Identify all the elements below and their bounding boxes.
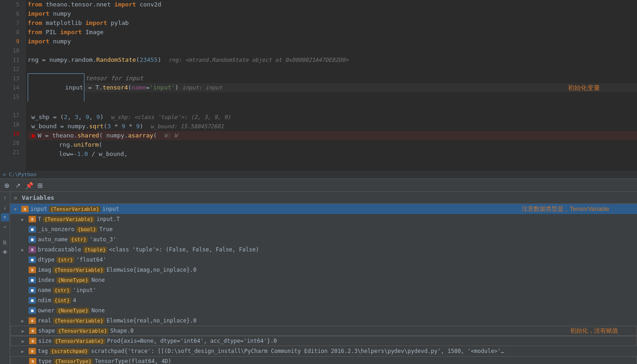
code-line-19: ● W = theano.shared( numpy.asarray( W: W — [28, 131, 637, 140]
variables-header: ≡ Variables — [10, 192, 637, 204]
code-line-12 — [28, 65, 637, 74]
code-line-17: w_shp = (2, 3, 9, 9) w_shp: <class 'tupl… — [28, 113, 637, 122]
var-row-is-nonzero[interactable]: ■ _is_nonzero {bool} True — [10, 224, 637, 234]
var-row-type[interactable]: ≡ type {TensorType} TensorType(float64, … — [10, 356, 637, 364]
variables-list[interactable]: ▼ ≡ input {TensorVariable} input 注意数据类型是… — [10, 204, 637, 364]
var-row-owner[interactable]: ■ owner {NoneType} None — [10, 305, 637, 316]
code-line-6: import numpy — [28, 9, 637, 18]
chinese-annotation-variables: 注意数据类型是，TensorVariable — [522, 205, 609, 213]
pin-icon[interactable]: 📌 — [24, 180, 34, 191]
down-button[interactable]: ↓ — [1, 203, 9, 212]
code-line-11: rng = numpy.random.RandomState(23455) rn… — [28, 55, 637, 65]
var-row-size[interactable]: ▶ ≡ size {TensorVariable} Prod{axis=None… — [10, 336, 637, 346]
app-root: 5 6 7 8 9 10 11 12 13 14 15 17 18 19 20 … — [0, 0, 637, 364]
var-icon-input: ≡ — [21, 206, 29, 212]
code-line-10 — [28, 46, 637, 55]
code-line-13: #instantiate 4D tensor for input — [28, 74, 637, 83]
debug-toolbar: ⊕ ↗ 📌 ⊞ — [0, 179, 637, 192]
code-line-8: from PIL import Image — [28, 28, 637, 37]
var-row-T[interactable]: ▶ ≡ T {TensorVariable} input.T — [10, 214, 637, 224]
var-row-input[interactable]: ▼ ≡ input {TensorVariable} input 注意数据类型是… — [10, 204, 637, 214]
var-row-broadcastable[interactable]: ▶ ≡ broadcastable {tuple} <class 'tuple'… — [10, 245, 637, 255]
var-row-auto-name[interactable]: ■ auto_name {str} 'auto_3' — [10, 234, 637, 245]
variables-panel: ↑ ↓ + − ⎘ 👁 ≡ Variables ▼ ≡ input {Ten — [0, 192, 637, 364]
var-row-dtype[interactable]: ■ dtype {str} 'float64' — [10, 255, 637, 265]
code-line-14: input = T.tensor4(name='input') input: i… — [28, 83, 637, 92]
panel-side-icons: ↑ ↓ + − ⎘ 👁 — [0, 192, 10, 364]
code-line-20: rng.uniform( — [28, 140, 637, 149]
var-row-index[interactable]: ■ index {NoneType} None — [10, 275, 637, 285]
path-bar: > C:\Python — [0, 171, 637, 179]
var-row-imag[interactable]: ≡ imag {TensorVariable} Elemwise{imag,no… — [10, 265, 637, 275]
var-row-real[interactable]: ▶ ≡ real {TensorVariable} Elemwise{real,… — [10, 316, 637, 326]
view-button[interactable]: 👁 — [1, 248, 9, 257]
code-line-7: from matplotlib import pylab — [28, 18, 637, 28]
copy-button[interactable]: ⎘ — [1, 239, 9, 247]
variables-title: Variables — [22, 194, 54, 201]
breakpoint-gutter — [0, 0, 6, 171]
add-button[interactable]: + — [1, 213, 9, 221]
expand-arrow-input[interactable]: ▼ — [14, 207, 20, 212]
code-line-15 — [28, 92, 637, 101]
minus-button[interactable]: − — [1, 223, 9, 231]
code-lines[interactable]: from theano.tensor.nnet import conv2d im… — [26, 0, 637, 171]
code-line-9: import numpy — [28, 37, 637, 46]
annotation-line14: 初始化变量 — [568, 83, 600, 92]
code-line-18: w_bound = numpy.sqrt(3 * 9 * 9) w_bound:… — [28, 122, 637, 131]
var-row-name[interactable]: ■ name {str} 'input' — [10, 285, 637, 295]
line-numbers: 5 6 7 8 9 10 11 12 13 14 15 17 18 19 20 … — [6, 0, 26, 171]
code-line-21: low=-1.0 / w_bound, — [28, 149, 637, 159]
up-button[interactable]: ↑ — [1, 194, 9, 202]
var-row-tag[interactable]: ▶ ≡ tag {scratchpad} scratchpad{'trace':… — [10, 346, 637, 356]
jump-icon[interactable]: ↗ — [13, 180, 23, 191]
expand-icon[interactable]: ⊕ — [2, 180, 12, 191]
layout-icon[interactable]: ⊞ — [35, 180, 45, 191]
chinese-annotation-init: 初始化，没有赋值 — [570, 327, 618, 335]
code-line-5: from theano.tensor.nnet import conv2d — [28, 0, 637, 9]
var-row-ndim[interactable]: ■ ndim {int} 4 — [10, 295, 637, 305]
code-editor: 5 6 7 8 9 10 11 12 13 14 15 17 18 19 20 … — [0, 0, 637, 171]
var-row-shape[interactable]: ▶ ≡ shape {TensorVariable} Shape.0 初始化，没… — [10, 326, 637, 336]
